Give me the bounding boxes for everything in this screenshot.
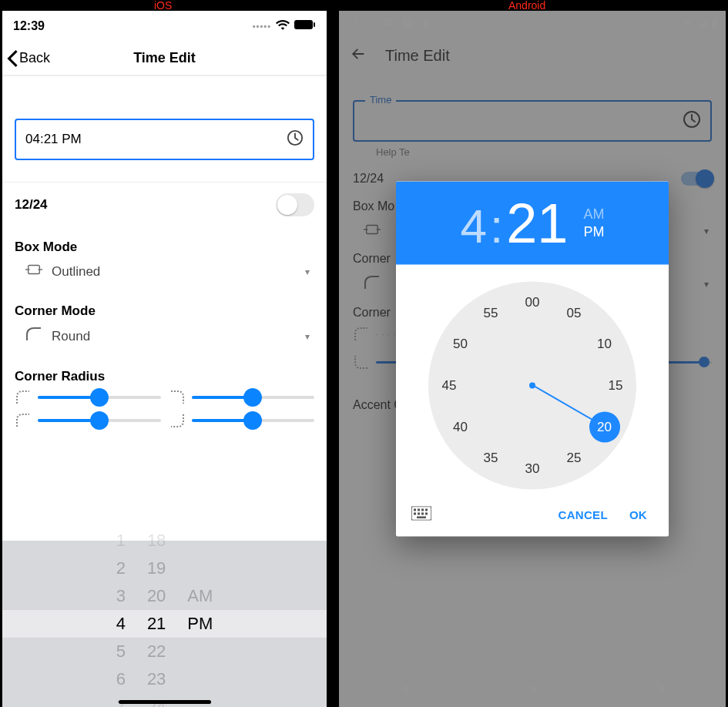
corner-mode-title: Corner Mode <box>2 291 327 323</box>
picker-hour-column[interactable]: 1 2 3 4 5 6 7 <box>116 527 126 707</box>
cellular-icon: ••••• <box>253 22 271 31</box>
corner-radius-title: Corner Radius <box>2 357 327 389</box>
android-screen: 11:55 ✿ ⬤ ▮ ▼ ◢ ▮ Time Edit Time <box>339 11 726 707</box>
clock-number[interactable]: 05 <box>561 300 587 327</box>
clock-number[interactable]: 50 <box>447 331 473 357</box>
svg-rect-17 <box>421 512 424 514</box>
box-mode-value: Outlined <box>52 264 100 280</box>
corner-radius-slider-bl[interactable] <box>38 419 161 422</box>
clock-number[interactable]: 10 <box>592 331 618 357</box>
time-input[interactable]: 04:21 PM <box>15 119 314 160</box>
ios-time-picker[interactable]: 1 2 3 4 5 6 7 18 19 20 21 22 23 24 AM <box>2 541 327 707</box>
toggle-1224[interactable] <box>276 193 314 216</box>
svg-rect-14 <box>425 508 428 511</box>
svg-rect-19 <box>417 516 426 518</box>
keyboard-icon[interactable] <box>407 503 436 526</box>
clock-number[interactable]: 30 <box>519 456 545 482</box>
round-corner-icon <box>25 327 42 346</box>
svg-rect-18 <box>425 512 428 514</box>
svg-rect-11 <box>414 508 416 511</box>
corner-mode-select[interactable]: Round ▾ <box>2 323 327 357</box>
time-input-value: 04:21 PM <box>25 132 82 147</box>
picker-ampm-column[interactable]: AM PM <box>187 527 213 707</box>
dialog-pm[interactable]: PM <box>583 224 604 240</box>
corner-radius-slider-br[interactable] <box>192 419 315 422</box>
battery-icon <box>294 19 316 33</box>
corner-radius-slider-tr[interactable] <box>192 396 315 399</box>
svg-rect-12 <box>418 508 420 511</box>
platform-label-android: Android <box>508 0 545 12</box>
box-mode-title: Box Mode <box>2 227 327 260</box>
clock-number[interactable]: 15 <box>602 373 629 399</box>
ok-button[interactable]: OK <box>619 502 658 528</box>
clock-icon <box>287 129 304 150</box>
dialog-header: 4 : 21 AM PM <box>396 182 669 265</box>
dialog-hour[interactable]: 4 <box>461 199 487 253</box>
home-indicator[interactable] <box>119 700 211 704</box>
toggle-1224-label: 12/24 <box>15 197 48 213</box>
platform-label-ios: iOS <box>154 0 172 12</box>
svg-rect-13 <box>421 508 424 511</box>
dialog-minute[interactable]: 21 <box>506 192 568 255</box>
clock-number[interactable]: 45 <box>436 373 462 399</box>
corner-br-icon <box>169 412 186 429</box>
cancel-button[interactable]: CANCEL <box>548 502 619 528</box>
ios-status-time: 12:39 <box>13 19 45 33</box>
corner-mode-value: Round <box>52 329 90 344</box>
clock-number[interactable]: 00 <box>519 290 545 316</box>
picker-minute-column[interactable]: 18 19 20 21 22 23 24 <box>147 527 166 707</box>
svg-rect-0 <box>294 20 313 29</box>
clock-hand <box>533 385 601 425</box>
clock-face[interactable]: 000510152530354045505520 <box>428 282 636 490</box>
ios-navbar: Back Time Edit <box>2 42 327 75</box>
page-title: Time Edit <box>2 50 327 66</box>
corner-radius-slider-tl[interactable] <box>38 396 161 399</box>
clock-number[interactable]: 35 <box>478 444 504 471</box>
corner-tl-icon <box>15 389 32 406</box>
corner-tr-icon <box>169 389 186 406</box>
svg-rect-1 <box>314 22 315 27</box>
svg-rect-3 <box>29 266 40 274</box>
ios-screen: 12:39 ••••• Back Time Edit 04:21 PM 12/2… <box>2 11 327 707</box>
clock-number[interactable]: 25 <box>561 444 587 471</box>
outlined-icon <box>25 263 42 280</box>
wifi-icon <box>276 19 290 33</box>
svg-rect-15 <box>414 512 416 514</box>
clock-number[interactable]: 40 <box>447 414 473 441</box>
ios-status-bar: 12:39 ••••• <box>2 11 327 42</box>
chevron-down-icon: ▾ <box>305 266 310 277</box>
dialog-am[interactable]: AM <box>583 206 604 223</box>
svg-rect-16 <box>418 512 420 514</box>
clock-number[interactable]: 55 <box>478 300 504 327</box>
chevron-down-icon: ▾ <box>305 331 310 342</box>
corner-bl-icon <box>15 412 32 429</box>
time-picker-dialog: 4 : 21 AM PM 000510152530354045505520 CA… <box>396 182 669 537</box>
clock-selected-knob[interactable]: 20 <box>589 412 620 443</box>
box-mode-select[interactable]: Outlined ▾ <box>2 260 327 291</box>
